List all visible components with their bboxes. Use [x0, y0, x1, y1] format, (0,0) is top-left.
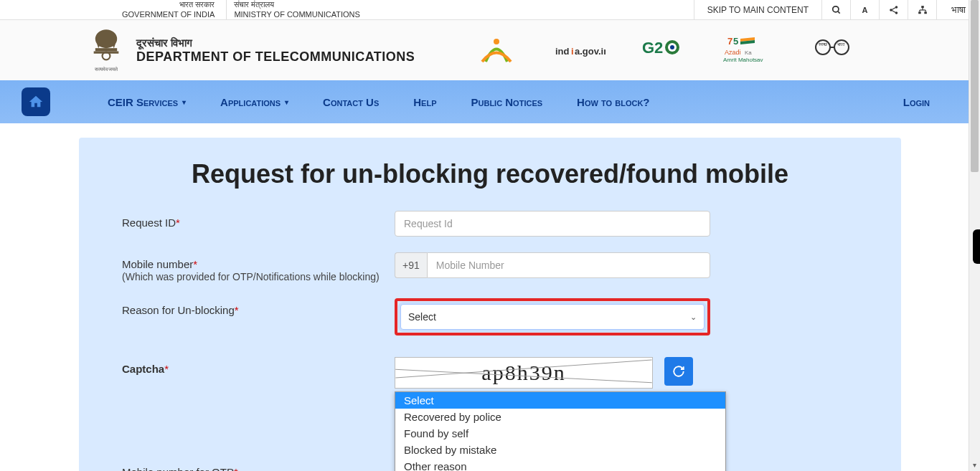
chevron-down-icon: ⌄	[690, 313, 697, 322]
captcha-text: ap8h39n	[481, 361, 565, 385]
azadi-logo: 75AzadiKaAmrit Mahotsav	[722, 33, 774, 67]
svg-text:स्वच्छ: स्वच्छ	[818, 42, 827, 47]
sanchar-saathi-logo	[471, 33, 522, 67]
nav-help[interactable]: Help	[413, 96, 436, 108]
mobile-prefix: +91	[395, 252, 427, 278]
gandhi-glasses-logo: स्वच्छभारत	[806, 33, 858, 67]
svg-text:ind: ind	[555, 46, 570, 57]
emblem-motto: सत्यमेव जयते	[95, 67, 118, 72]
nav-contact-us[interactable]: Contact Us	[323, 96, 379, 108]
svg-text:7: 7	[727, 36, 732, 47]
svg-point-24	[670, 45, 674, 49]
svg-text:5: 5	[733, 36, 738, 47]
share-icon[interactable]	[880, 0, 908, 19]
svg-point-0	[832, 6, 838, 11]
request-id-input[interactable]	[395, 211, 710, 237]
top-utility-bar: भारत सरकार GOVERNMENT OF INDIA संचार मंत…	[0, 0, 980, 20]
svg-line-5	[892, 7, 895, 9]
svg-text:Amrit Mahotsav: Amrit Mahotsav	[723, 57, 763, 63]
svg-text:G2: G2	[642, 39, 663, 57]
chevron-down-icon: ▾	[285, 98, 288, 106]
font-size-button[interactable]: A	[851, 0, 880, 19]
nav-ceir-services[interactable]: CEIR Services ▾	[108, 96, 186, 108]
svg-line-6	[892, 10, 895, 12]
reason-label: Reason for Un-blocking*	[122, 298, 395, 316]
ministry-hindi: संचार मंत्रालय	[234, 0, 274, 9]
site-header: सत्यमेव जयते दूरसंचार विभाग DEPARTMENT O…	[0, 20, 980, 80]
mobile-number-label: Mobile number* (Which was provided for O…	[122, 252, 395, 282]
gov-identity: भारत सरकार GOVERNMENT OF INDIA संचार मंत…	[0, 0, 360, 19]
reason-option-recovered-by-police[interactable]: Recovered by police	[395, 409, 725, 425]
chevron-down-icon: ▾	[182, 98, 186, 106]
gov-hindi: भारत सरकार	[179, 0, 215, 9]
svg-text:a.gov.in: a.gov.in	[575, 46, 606, 57]
nav-label: CEIR Services	[108, 96, 178, 108]
scroll-down-arrow[interactable]: ▾	[969, 460, 980, 471]
captcha-image: ap8h39n	[395, 357, 653, 389]
india-gov-logo: india.gov.in	[555, 33, 606, 67]
svg-text:Ka: Ka	[745, 49, 752, 56]
feedback-tab[interactable]	[973, 229, 980, 264]
svg-rect-9	[924, 11, 927, 14]
home-button[interactable]	[22, 87, 50, 116]
partner-logos: india.gov.in G2 75AzadiKaAmrit Mahotsav …	[471, 33, 951, 67]
nav-label: Applications	[220, 96, 281, 108]
captcha-label: Captcha*	[122, 357, 395, 375]
reason-option-found-by-self[interactable]: Found by self	[395, 425, 725, 442]
reason-select[interactable]: Select ⌄	[400, 304, 705, 330]
reason-select-highlight: Select ⌄	[395, 298, 710, 336]
svg-text:i: i	[571, 46, 574, 57]
reason-option-blocked-by-mistake[interactable]: Blocked by mistake	[395, 442, 725, 458]
page-title: Request for un-blocking recovered/found …	[122, 159, 858, 189]
reason-option-select[interactable]: Select	[395, 392, 725, 409]
main-nav: CEIR Services ▾ Applications ▾ Contact U…	[0, 80, 980, 123]
svg-line-1	[837, 11, 839, 13]
sitemap-icon[interactable]	[908, 0, 937, 19]
request-id-label: Request ID*	[122, 211, 395, 229]
nav-how-to-block[interactable]: How to block?	[577, 96, 649, 108]
svg-text:Azadi: Azadi	[725, 49, 741, 56]
nav-public-notices[interactable]: Public Notices	[471, 96, 543, 108]
search-icon[interactable]	[822, 0, 851, 19]
dept-name-hindi: दूरसंचार विभाग	[136, 37, 415, 49]
otp-mobile-label: Mobile number for OTP*	[122, 460, 395, 471]
nav-applications[interactable]: Applications ▾	[220, 96, 288, 108]
unblock-request-form: Request for un-blocking recovered/found …	[79, 138, 901, 471]
department-title: दूरसंचार विभाग DEPARTMENT OF TELECOMMUNI…	[136, 37, 415, 65]
scrollbar-thumb[interactable]	[971, 0, 979, 172]
reason-selected-value: Select	[408, 311, 436, 323]
mobile-number-input[interactable]	[427, 252, 710, 278]
reason-option-other-reason[interactable]: Other reason	[395, 458, 725, 471]
gov-english: GOVERNMENT OF INDIA	[122, 10, 215, 19]
national-emblem: सत्यमेव जयते	[86, 27, 126, 73]
svg-rect-7	[921, 6, 924, 8]
svg-rect-15	[95, 48, 117, 51]
g20-logo: G2	[639, 33, 690, 67]
login-link[interactable]: Login	[903, 96, 958, 108]
svg-rect-8	[918, 11, 921, 14]
dept-name-english: DEPARTMENT OF TELECOMMUNICATIONS	[136, 49, 415, 65]
reason-dropdown-list: Select Recovered by police Found by self…	[395, 391, 726, 471]
svg-text:भारत: भारत	[837, 42, 845, 47]
ministry-english: MINISTRY OF COMMUNICATIONS	[234, 10, 359, 19]
skip-to-content-link[interactable]: SKIP TO MAIN CONTENT	[694, 0, 822, 19]
captcha-refresh-button[interactable]	[664, 357, 693, 386]
svg-point-18	[494, 39, 499, 44]
